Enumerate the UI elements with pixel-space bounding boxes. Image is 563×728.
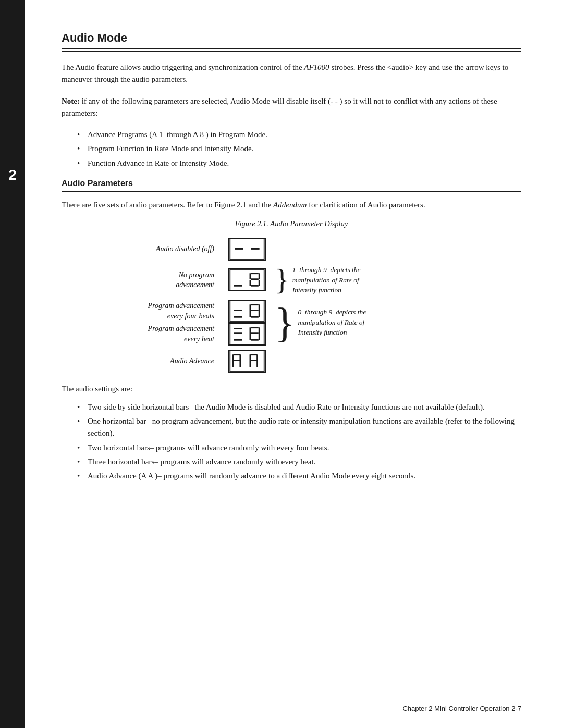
svg-rect-20 <box>259 311 260 317</box>
lcd-display-audio-advance <box>228 350 266 373</box>
svg-rect-24 <box>234 332 242 334</box>
bullet-item: Function Advance in Rate or Intensity Mo… <box>77 157 521 169</box>
chapter-tab: 2 <box>0 0 25 728</box>
svg-rect-29 <box>251 332 259 334</box>
svg-rect-43 <box>250 360 257 361</box>
addendum-italic: Addendum <box>273 201 307 209</box>
svg-rect-11 <box>251 285 259 287</box>
fig-display-every-beat <box>224 323 271 346</box>
bullet-item: One horizontal bar– no program advanceme… <box>77 415 521 440</box>
svg-rect-7 <box>259 274 260 280</box>
subsection-rule <box>62 191 521 192</box>
svg-rect-34 <box>234 354 240 355</box>
fig-label-audio-advance: Audio Advance <box>109 356 224 366</box>
row-spacer-2 <box>109 295 474 300</box>
svg-rect-37 <box>234 360 240 361</box>
svg-rect-5 <box>251 273 259 275</box>
content-area: Audio Mode The Audio feature allows audi… <box>25 0 563 728</box>
fig-label-every-beat: Program advancementevery beat <box>109 324 224 344</box>
svg-rect-15 <box>251 304 259 305</box>
fig-label-no-advance: No programadvancement <box>109 270 224 290</box>
section-title: Audio Mode <box>62 31 521 49</box>
svg-rect-30 <box>250 334 251 340</box>
svg-rect-14 <box>234 316 242 318</box>
subsection-para: There are five sets of audio parameters.… <box>62 199 521 211</box>
bullet-item: Advance Programs (A 1 through A 8 ) in P… <box>77 129 521 141</box>
svg-rect-18 <box>251 310 259 311</box>
figure-grid: Audio disabled (off) No pro <box>109 238 474 373</box>
svg-rect-44 <box>250 361 251 367</box>
fig-display-disabled <box>224 238 271 261</box>
fig-annotation-0through9: } 0 through 9 depicts themanipulation of… <box>271 300 474 346</box>
bullet-item: Program Function in Rate Mode and Intens… <box>77 143 521 155</box>
svg-rect-16 <box>250 304 251 311</box>
page-footer: Chapter 2 Mini Controller Operation 2-7 <box>402 705 521 712</box>
fig-display-four-beats <box>224 300 271 323</box>
row-spacer-1 <box>109 261 474 265</box>
svg-rect-23 <box>234 328 242 329</box>
lcd-display-four-beats <box>228 300 266 323</box>
svg-rect-45 <box>256 361 258 367</box>
svg-rect-19 <box>250 311 251 317</box>
svg-rect-1 <box>235 248 243 250</box>
svg-rect-28 <box>259 327 260 334</box>
fig-annotation-1through9: } 1 through 9 depicts themanipulation of… <box>271 265 474 295</box>
svg-rect-17 <box>259 304 260 311</box>
svg-rect-40 <box>250 354 257 355</box>
bottom-bullets: Two side by side horizontal bars– the Au… <box>77 401 521 483</box>
svg-rect-13 <box>234 310 242 311</box>
subsection-title: Audio Parameters <box>62 179 521 188</box>
figure-container: Figure 2.1. Audio Parameter Display Audi… <box>62 219 521 373</box>
svg-rect-31 <box>259 334 260 340</box>
title-rule <box>62 51 521 52</box>
chapter-number: 2 <box>8 167 17 183</box>
note-block: Note: if any of the following parameters… <box>62 95 521 120</box>
svg-rect-6 <box>250 274 251 280</box>
svg-rect-4 <box>234 285 242 287</box>
bullet-item: Three horizontal bars– programs will adv… <box>77 456 521 468</box>
svg-rect-27 <box>250 327 251 334</box>
bullet-item: Audio Advance (A A )– programs will rand… <box>77 470 521 482</box>
svg-rect-8 <box>251 279 259 280</box>
svg-rect-21 <box>251 316 259 318</box>
lcd-display-every-beat <box>228 323 266 346</box>
intro-paragraph: The Audio feature allows audio triggerin… <box>62 61 521 86</box>
bottom-para-intro: The audio settings are: <box>62 383 521 395</box>
lcd-display-no-advance <box>228 268 266 291</box>
fig-display-audio-advance <box>224 350 271 373</box>
lcd-display-disabled <box>228 238 266 261</box>
product-name: AF1000 <box>304 63 329 71</box>
svg-rect-26 <box>251 327 259 328</box>
fig-display-no-advance <box>224 268 271 291</box>
fig-label-four-beats: Program advancementevery four beats <box>109 301 224 321</box>
note-label: Note: <box>62 97 80 105</box>
svg-rect-25 <box>234 339 242 341</box>
svg-rect-32 <box>251 339 259 341</box>
svg-rect-9 <box>250 280 251 286</box>
row-spacer-3 <box>109 346 474 350</box>
page-container: 2 Audio Mode The Audio feature allows au… <box>0 0 563 728</box>
bullet-item: Two side by side horizontal bars– the Au… <box>77 401 521 413</box>
svg-rect-2 <box>251 248 259 250</box>
bullet-item: Two horizontal bars– programs will advan… <box>77 442 521 454</box>
figure-caption: Figure 2.1. Audio Parameter Display <box>235 219 348 228</box>
svg-rect-10 <box>259 280 260 286</box>
svg-rect-39 <box>239 361 241 367</box>
svg-rect-38 <box>232 361 234 367</box>
note-bullets: Advance Programs (A 1 through A 8 ) in P… <box>77 129 521 169</box>
fig-label-disabled: Audio disabled (off) <box>109 244 224 254</box>
